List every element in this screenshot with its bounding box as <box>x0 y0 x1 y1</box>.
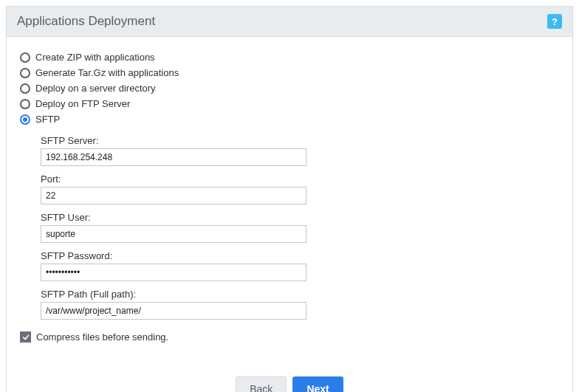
password-label: SFTP Password: <box>41 250 306 261</box>
radio-label: Deploy on a server directory <box>35 83 156 94</box>
form-group-port: Port: <box>41 173 306 204</box>
deployment-type-radio-group: Create ZIP with applications Generate Ta… <box>20 52 559 125</box>
radio-icon <box>20 114 30 125</box>
page-title: Applications Deployment <box>17 14 155 29</box>
path-label: SFTP Path (Full path): <box>41 289 306 300</box>
sftp-form: SFTP Server: Port: SFTP User: SFTP Passw… <box>41 135 306 320</box>
port-input[interactable] <box>41 187 306 204</box>
form-group-user: SFTP User: <box>41 212 306 243</box>
form-group-password: SFTP Password: <box>41 250 306 281</box>
radio-deploy-ftp[interactable]: Deploy on FTP Server <box>20 98 559 109</box>
radio-label: Generate Tar.Gz with applications <box>35 67 179 78</box>
help-icon[interactable]: ? <box>547 14 562 29</box>
deployment-panel: Applications Deployment ? Create ZIP wit… <box>6 6 573 392</box>
radio-label: Create ZIP with applications <box>35 52 155 63</box>
radio-icon <box>20 68 30 78</box>
radio-icon <box>20 83 30 94</box>
radio-generate-targz[interactable]: Generate Tar.Gz with applications <box>20 67 559 78</box>
radio-selected-dot-icon <box>23 117 27 122</box>
checkbox-icon <box>20 331 31 343</box>
back-button[interactable]: Back <box>236 376 287 392</box>
radio-label: Deploy on FTP Server <box>35 98 130 109</box>
server-label: SFTP Server: <box>41 135 306 146</box>
panel-body: Create ZIP with applications Generate Ta… <box>7 37 572 392</box>
radio-deploy-server-directory[interactable]: Deploy on a server directory <box>20 83 559 94</box>
buttons-row: Back Next <box>20 376 559 392</box>
password-input[interactable] <box>41 264 306 281</box>
server-input[interactable] <box>41 148 306 166</box>
path-input[interactable] <box>41 302 306 320</box>
radio-icon <box>20 52 30 63</box>
form-group-path: SFTP Path (Full path): <box>41 289 306 320</box>
check-icon <box>22 334 30 341</box>
radio-icon <box>20 99 30 109</box>
form-group-server: SFTP Server: <box>41 135 306 166</box>
user-label: SFTP User: <box>41 212 306 223</box>
compress-checkbox-label: Compress files before sending. <box>36 331 168 343</box>
port-label: Port: <box>41 173 306 185</box>
next-button[interactable]: Next <box>292 376 343 392</box>
panel-header: Applications Deployment ? <box>7 7 572 37</box>
radio-create-zip[interactable]: Create ZIP with applications <box>20 52 559 63</box>
compress-checkbox-row[interactable]: Compress files before sending. <box>20 331 559 343</box>
radio-label: SFTP <box>35 114 60 125</box>
user-input[interactable] <box>41 225 306 243</box>
radio-sftp[interactable]: SFTP <box>20 114 559 125</box>
